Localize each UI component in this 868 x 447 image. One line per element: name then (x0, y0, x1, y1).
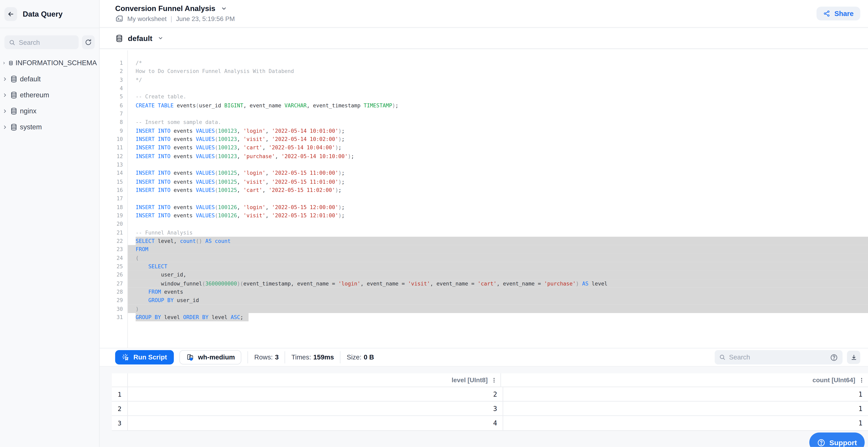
line-number: 7 (100, 109, 127, 118)
row-number-cell: 3 (112, 416, 128, 430)
sidebar: Data Query Search INFORMATION_SCHEMAdefa… (0, 0, 100, 447)
code-line-18[interactable]: 18INSERT INTO events VALUES(100126, 'log… (100, 203, 868, 211)
refresh-button[interactable] (82, 35, 95, 49)
code-line-12[interactable]: 12INSERT INTO events VALUES(100123, 'pur… (100, 152, 868, 160)
code-lines: 1/*2How to Do Conversion Funnel Analysis… (100, 50, 868, 321)
download-button[interactable] (847, 351, 860, 364)
code-text (127, 160, 868, 169)
sidebar-item-default[interactable]: default (0, 71, 99, 87)
code-line-9[interactable]: 9INSERT INTO events VALUES(100123, 'logi… (100, 127, 868, 135)
code-line-7[interactable]: 7 (100, 109, 868, 118)
line-number: 10 (100, 135, 127, 143)
warehouse-button[interactable]: wh-medium (179, 350, 242, 365)
kebab-menu-icon[interactable] (859, 377, 865, 383)
code-line-22[interactable]: 22SELECT level, count() AS count (100, 237, 868, 245)
sidebar-item-ethereum[interactable]: ethereum (0, 87, 99, 103)
line-number: 2 (100, 67, 127, 76)
code-line-14[interactable]: 14INSERT INTO events VALUES(100125, 'log… (100, 169, 868, 177)
code-text: CREATE TABLE events(user_id BIGINT, even… (127, 101, 868, 109)
code-line-20[interactable]: 20 (100, 220, 868, 228)
database-selector[interactable]: default (100, 28, 868, 49)
sidebar-item-nginx[interactable]: nginx (0, 103, 99, 119)
code-line-27[interactable]: 27 window_funnel(3600000000)(event_times… (100, 279, 868, 287)
code-line-24[interactable]: 24( (100, 254, 868, 262)
code-line-6[interactable]: 6CREATE TABLE events(user_id BIGINT, eve… (100, 101, 868, 109)
code-line-30[interactable]: 30) (100, 305, 868, 313)
database-label: nginx (20, 107, 37, 115)
column-header-level[interactable]: level [UInt8] (128, 373, 501, 386)
table-header-row: level [UInt8]count [UInt64] (112, 373, 868, 387)
code-line-29[interactable]: 29 GROUP BY user_id (100, 296, 868, 305)
code-line-28[interactable]: 28 FROM events (100, 287, 868, 296)
table-row[interactable]: 341 (112, 416, 868, 431)
code-line-26[interactable]: 26 user_id, (100, 271, 868, 279)
code-text: INSERT INTO events VALUES(100123, 'visit… (127, 135, 868, 143)
support-button[interactable]: Support (809, 433, 865, 447)
count-cell[interactable]: 1 (503, 416, 868, 430)
line-number: 17 (100, 194, 127, 203)
arrow-left-icon (7, 10, 14, 18)
line-number: 6 (100, 101, 127, 109)
code-text (127, 194, 868, 203)
code-line-15[interactable]: 15INSERT INTO events VALUES(100125, 'vis… (100, 177, 868, 186)
stat-size: Size:0 B (347, 353, 374, 361)
code-line-16[interactable]: 16INSERT INTO events VALUES(100125, 'car… (100, 186, 868, 194)
code-line-8[interactable]: 8-- Insert some sample data. (100, 118, 868, 126)
code-line-2[interactable]: 2How to Do Conversion Funnel Analysis Wi… (100, 67, 868, 76)
code-line-4[interactable]: 4 (100, 84, 868, 92)
level-cell[interactable]: 2 (128, 387, 503, 401)
kebab-menu-icon[interactable] (491, 377, 497, 383)
code-text: /* (127, 59, 868, 67)
code-line-3[interactable]: 3*/ (100, 76, 868, 84)
code-line-19[interactable]: 19INSERT INTO events VALUES(100126, 'vis… (100, 211, 868, 220)
code-line-11[interactable]: 11INSERT INTO events VALUES(100123, 'car… (100, 143, 868, 152)
code-text: INSERT INTO events VALUES(100123, 'purch… (127, 152, 868, 160)
code-line-25[interactable]: 25 SELECT (100, 262, 868, 271)
column-header-count[interactable]: count [UInt64] (501, 373, 868, 386)
sql-editor[interactable]: 1/*2How to Do Conversion Funnel Analysis… (100, 50, 868, 348)
stat-separator (340, 351, 341, 364)
sidebar-item-information_schema[interactable]: INFORMATION_SCHEMA (0, 55, 99, 71)
table-row[interactable]: 121 (112, 387, 868, 402)
run-script-label: Run Script (133, 353, 167, 361)
code-line-21[interactable]: 21-- Funnel Analysis (100, 228, 868, 237)
line-number: 16 (100, 186, 127, 194)
back-button[interactable] (4, 7, 17, 21)
worksheet-name[interactable]: My worksheet (127, 15, 166, 22)
code-text: INSERT INTO events VALUES(100126, 'visit… (127, 211, 868, 220)
code-text: INSERT INTO events VALUES(100123, 'cart'… (127, 143, 868, 152)
table-row[interactable]: 231 (112, 402, 868, 416)
run-script-button[interactable]: Run Script (115, 350, 174, 365)
sidebar-search-input[interactable]: Search (4, 35, 79, 49)
code-line-5[interactable]: 5-- Create table. (100, 93, 868, 101)
level-cell[interactable]: 3 (128, 402, 503, 416)
results-search-input[interactable]: Search (715, 350, 843, 365)
count-cell[interactable]: 1 (503, 387, 868, 401)
worksheet-icon (115, 14, 123, 23)
line-number: 18 (100, 203, 127, 211)
chevron-down-icon (158, 35, 163, 41)
sidebar-search-placeholder: Search (19, 38, 40, 46)
line-number: 24 (100, 254, 127, 262)
code-line-13[interactable]: 13 (100, 160, 868, 169)
sidebar-search-row: Search (0, 28, 99, 49)
code-line-23[interactable]: 23FROM (100, 245, 868, 253)
code-text: INSERT INTO events VALUES(100125, 'login… (127, 169, 868, 177)
sidebar-item-system[interactable]: system (0, 119, 99, 135)
chevron-down-icon[interactable] (221, 6, 227, 11)
sidebar-title: Data Query (23, 10, 62, 18)
share-button[interactable]: Share (816, 7, 860, 21)
code-line-31[interactable]: 31GROUP BY level ORDER BY level ASC; (100, 313, 868, 321)
count-cell[interactable]: 1 (503, 402, 868, 416)
code-line-1[interactable]: 1/* (100, 59, 868, 67)
line-number: 14 (100, 169, 127, 177)
line-number: 31 (100, 313, 127, 321)
line-number: 15 (100, 177, 127, 186)
help-icon[interactable] (830, 353, 838, 361)
code-line-17[interactable]: 17 (100, 194, 868, 203)
line-number: 20 (100, 220, 127, 228)
code-line-10[interactable]: 10INSERT INTO events VALUES(100123, 'vis… (100, 135, 868, 143)
level-cell[interactable]: 4 (128, 416, 503, 430)
code-text: FROM (127, 245, 868, 253)
share-icon (824, 10, 831, 17)
